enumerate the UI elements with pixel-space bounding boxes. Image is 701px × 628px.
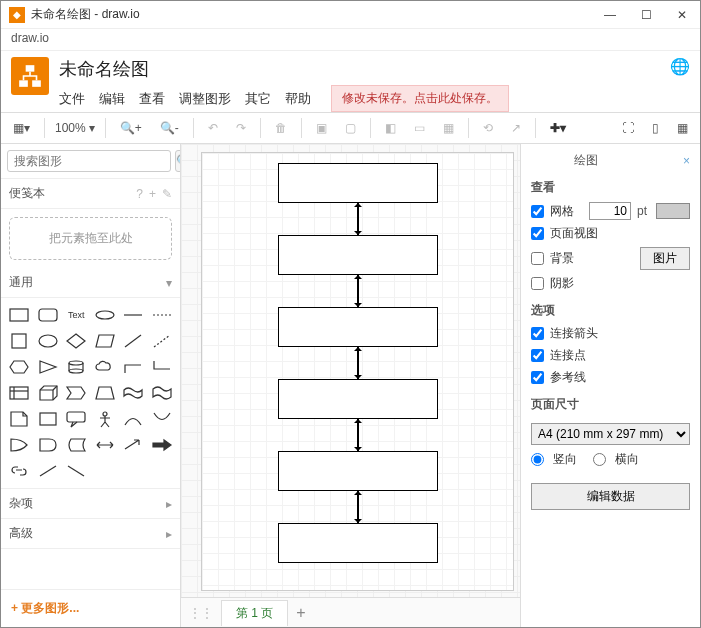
guides-checkbox[interactable] (531, 371, 544, 384)
flow-node[interactable] (278, 235, 438, 275)
scratchpad-dropzone[interactable]: 把元素拖至此处 (9, 217, 172, 260)
shape-curve2[interactable] (150, 408, 175, 430)
menu-help[interactable]: 帮助 (285, 90, 311, 108)
image-button[interactable]: 图片 (640, 247, 690, 270)
shape-hexagon[interactable] (7, 356, 32, 378)
shape-or[interactable] (7, 434, 32, 456)
conn-points-checkbox[interactable] (531, 349, 544, 362)
shadow-icon[interactable]: ▦ (439, 119, 458, 137)
menu-other[interactable]: 其它 (245, 90, 271, 108)
menu-file[interactable]: 文件 (59, 90, 85, 108)
shape-trapezoid[interactable] (93, 382, 118, 404)
flow-node[interactable] (278, 379, 438, 419)
shape-elbow2[interactable] (150, 356, 175, 378)
shape-cylinder[interactable] (64, 356, 89, 378)
menu-adjust[interactable]: 调整图形 (179, 90, 231, 108)
flow-connector[interactable] (357, 491, 359, 523)
document-title[interactable]: 未命名绘图 (59, 57, 660, 81)
save-warning[interactable]: 修改未保存。点击此处保存。 (331, 85, 509, 112)
shape-rect[interactable] (7, 304, 32, 326)
shape-step[interactable] (64, 382, 89, 404)
grid-checkbox[interactable] (531, 205, 544, 218)
window-maximize[interactable]: ☐ (636, 8, 656, 22)
window-minimize[interactable]: — (600, 8, 620, 22)
to-back-icon[interactable]: ▢ (341, 119, 360, 137)
grid-color-swatch[interactable] (656, 203, 690, 219)
shape-arrow-thick[interactable] (150, 434, 175, 456)
zoom-out-icon[interactable]: 🔍- (156, 119, 183, 137)
portrait-radio[interactable] (531, 453, 544, 466)
shape-line-diag[interactable] (121, 330, 146, 352)
flow-node[interactable] (278, 307, 438, 347)
canvas[interactable] (181, 144, 520, 597)
shape-card[interactable] (36, 408, 61, 430)
chevron-down-icon[interactable]: ▾ (89, 121, 95, 135)
more-shapes-button[interactable]: + 更多图形... (1, 589, 180, 627)
menu-edit[interactable]: 编辑 (99, 90, 125, 108)
flow-node[interactable] (278, 523, 438, 563)
shape-dashline[interactable] (150, 304, 175, 326)
scratchpad-header[interactable]: 便笺本 ?+✎ (1, 179, 180, 209)
shape-diamond[interactable] (64, 330, 89, 352)
shape-arrow-bi[interactable] (93, 434, 118, 456)
shape-line3[interactable] (36, 460, 61, 482)
outline-icon[interactable]: ▦ (673, 119, 692, 137)
scratchpad-edit-icon[interactable]: ✎ (162, 187, 172, 201)
connection-icon[interactable]: ⟲ (479, 119, 497, 137)
fill-color-icon[interactable]: ◧ (381, 119, 400, 137)
flow-connector[interactable] (357, 419, 359, 451)
format-panel-icon[interactable]: ▯ (648, 119, 663, 137)
shape-curve[interactable] (121, 408, 146, 430)
view-mode-button[interactable]: ▦▾ (9, 119, 34, 137)
zoom-level[interactable]: 100% (55, 121, 86, 135)
language-icon[interactable]: 🌐 (670, 57, 690, 76)
tab-page-1[interactable]: 第 1 页 (221, 600, 288, 626)
tab-drag-handle[interactable]: ⋮⋮ (189, 606, 213, 620)
shape-link[interactable] (7, 460, 32, 482)
shape-square[interactable] (7, 330, 32, 352)
line-color-icon[interactable]: ▭ (410, 119, 429, 137)
shape-wave[interactable] (150, 382, 175, 404)
insert-button[interactable]: ✚▾ (546, 119, 570, 137)
search-input[interactable] (7, 150, 171, 172)
background-checkbox[interactable] (531, 252, 544, 265)
shape-cloud[interactable] (93, 356, 118, 378)
window-close[interactable]: ✕ (672, 8, 692, 22)
shape-tape[interactable] (121, 382, 146, 404)
panel-close-icon[interactable]: × (683, 154, 690, 168)
shape-datastore[interactable] (64, 434, 89, 456)
fullscreen-icon[interactable]: ⛶ (618, 119, 638, 137)
shape-elbow[interactable] (121, 356, 146, 378)
flow-node[interactable] (278, 163, 438, 203)
shape-dashline-diag[interactable] (150, 330, 175, 352)
shape-callout[interactable] (64, 408, 89, 430)
shape-note[interactable] (7, 408, 32, 430)
edit-data-button[interactable]: 编辑数据 (531, 483, 690, 510)
menu-view[interactable]: 查看 (139, 90, 165, 108)
scratchpad-add-icon[interactable]: + (149, 187, 156, 201)
shape-ellipse[interactable] (36, 330, 61, 352)
misc-header[interactable]: 杂项▸ (1, 489, 180, 519)
zoom-in-icon[interactable]: 🔍+ (116, 119, 146, 137)
pageview-checkbox[interactable] (531, 227, 544, 240)
flow-connector[interactable] (357, 347, 359, 379)
shape-actor[interactable] (93, 408, 118, 430)
flow-connector[interactable] (357, 203, 359, 235)
shadow-checkbox[interactable] (531, 277, 544, 290)
shape-line4[interactable] (64, 460, 89, 482)
flow-connector[interactable] (357, 275, 359, 307)
flow-node[interactable] (278, 451, 438, 491)
undo-icon[interactable]: ↶ (204, 119, 222, 137)
waypoint-icon[interactable]: ↗ (507, 119, 525, 137)
shape-parallelogram[interactable] (93, 330, 118, 352)
shape-and[interactable] (36, 434, 61, 456)
shape-ellipse-wide[interactable] (93, 304, 118, 326)
conn-arrows-checkbox[interactable] (531, 327, 544, 340)
to-front-icon[interactable]: ▣ (312, 119, 331, 137)
delete-icon[interactable]: 🗑 (271, 119, 291, 137)
shape-text[interactable]: Text (64, 304, 89, 326)
shape-triangle[interactable] (36, 356, 61, 378)
page-size-select[interactable]: A4 (210 mm x 297 mm) (531, 423, 690, 445)
landscape-radio[interactable] (593, 453, 606, 466)
redo-icon[interactable]: ↷ (232, 119, 250, 137)
